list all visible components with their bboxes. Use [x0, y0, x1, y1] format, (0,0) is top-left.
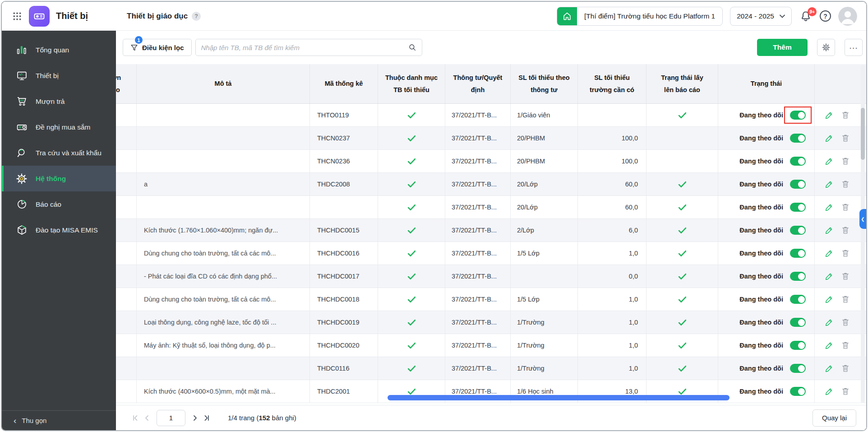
gear-icon	[822, 43, 831, 52]
next-page-button[interactable]	[189, 412, 201, 424]
delete-button[interactable]	[841, 180, 850, 189]
edit-button[interactable]	[825, 364, 834, 373]
table-row[interactable]: 37/2021/TT-B... 20/Lớp 60,0 Đang theo dõ…	[116, 196, 866, 219]
filter-count-badge: 1	[135, 36, 143, 44]
status-toggle[interactable]	[790, 272, 806, 281]
edit-button[interactable]	[825, 226, 834, 235]
delete-button[interactable]	[841, 364, 850, 373]
table-row[interactable]: THDC0116 37/2021/TT-B... 1/Trường 1,0 Đa…	[116, 357, 866, 380]
school-selector[interactable]: [Thí điểm] Trường tiểu học Edu Platform …	[557, 7, 723, 26]
side-panel-expand-tab[interactable]: ❮	[859, 209, 866, 229]
cell-status: Đang theo dõi	[718, 357, 815, 380]
delete-button[interactable]	[841, 272, 850, 281]
delete-button[interactable]	[841, 341, 850, 350]
status-toggle[interactable]	[790, 111, 806, 120]
edit-button[interactable]	[825, 295, 834, 304]
app-grid-icon[interactable]	[9, 8, 25, 24]
first-page-button[interactable]	[129, 412, 141, 424]
table-row[interactable]: Dùng chung cho toàn trường, tất cả các m…	[116, 242, 866, 265]
edit-button[interactable]	[825, 157, 834, 166]
delete-button[interactable]	[841, 226, 850, 235]
prev-page-button[interactable]	[141, 412, 153, 424]
delete-button[interactable]	[841, 318, 850, 327]
sidebar-item-he-thong[interactable]: Hệ thống	[2, 166, 116, 191]
table-row[interactable]: Máy ảnh: Kỹ thuật số, loại thông dụng, đ…	[116, 334, 866, 357]
edit-button[interactable]	[825, 203, 834, 212]
status-toggle[interactable]	[790, 203, 806, 212]
sidebar-item-dao-tao[interactable]: Đào tạo MISA EMIS	[2, 217, 116, 243]
cell-description: - Phát các loại đĩa CD có các định dạng …	[137, 265, 310, 288]
delete-button[interactable]	[841, 111, 850, 120]
status-toggle[interactable]	[790, 134, 806, 143]
status-toggle[interactable]	[790, 295, 806, 304]
vertical-scrollbar-thumb[interactable]	[861, 108, 865, 160]
sidebar-item-de-nghi-mua-sam[interactable]: Đề nghị mua sắm	[2, 114, 116, 140]
search-icon[interactable]	[408, 43, 416, 51]
sidebar-item-tong-quan[interactable]: Tổng quan	[2, 37, 116, 63]
status-label: Đang theo dõi	[739, 135, 783, 142]
delete-button[interactable]	[841, 134, 850, 143]
search-input[interactable]	[201, 44, 405, 51]
cell-decree: 37/2021/TT-B...	[445, 127, 511, 149]
status-toggle[interactable]	[790, 180, 806, 189]
sidebar-item-muon-tra[interactable]: Mượn trả	[2, 88, 116, 114]
table-row[interactable]: Dùng chung cho toàn trường, tất cả các m…	[116, 288, 866, 311]
avatar[interactable]	[838, 7, 857, 26]
add-button[interactable]: Thêm	[757, 39, 808, 56]
help-button[interactable]: ?	[820, 10, 831, 22]
edit-button[interactable]	[825, 249, 834, 258]
page-input[interactable]	[157, 410, 185, 426]
status-toggle[interactable]	[790, 318, 806, 327]
cell-school-qty: 60,0	[578, 173, 646, 195]
status-toggle[interactable]	[790, 364, 806, 373]
delete-button[interactable]	[841, 249, 850, 258]
school-year-value: 2024 - 2025	[737, 12, 774, 20]
edit-button[interactable]	[825, 272, 834, 281]
table-settings-button[interactable]	[817, 39, 835, 56]
status-toggle[interactable]	[790, 249, 806, 258]
back-button[interactable]: Quay lại	[813, 409, 856, 427]
sidebar-item-tra-cuu[interactable]: Tra cứu và xuất khẩu	[2, 140, 116, 166]
table-row[interactable]: Loại thông dụng, công nghệ laze, tốc độ …	[116, 311, 866, 334]
notifications-button[interactable]: 9+	[799, 9, 813, 23]
sidebar-collapse-button[interactable]: ‹ Thu gọn	[2, 410, 116, 430]
delete-button[interactable]	[841, 203, 850, 212]
chevron-down-icon	[780, 14, 785, 18]
delete-button[interactable]	[841, 157, 850, 166]
cell-cut	[116, 150, 137, 172]
last-page-button[interactable]	[201, 412, 212, 424]
edit-button[interactable]	[825, 134, 834, 143]
table-row[interactable]: a THDC2008 37/2021/TT-B... 20/Lớp 60,0 Đ…	[116, 173, 866, 196]
edit-button[interactable]	[825, 387, 834, 396]
school-year-selector[interactable]: 2024 - 2025	[730, 7, 792, 26]
table-row[interactable]: - Phát các loại đĩa CD có các định dạng …	[116, 265, 866, 288]
edit-button[interactable]	[825, 318, 834, 327]
more-options-button[interactable]: ...	[845, 39, 863, 56]
edit-button[interactable]	[825, 111, 834, 120]
sidebar-item-bao-cao[interactable]: Báo cáo	[2, 191, 116, 217]
cell-description: Máy ảnh: Kỹ thuật số, loại thông dụng, đ…	[137, 334, 310, 357]
edit-button[interactable]	[825, 341, 834, 350]
status-toggle[interactable]	[790, 226, 806, 235]
status-label: Đang theo dõi	[739, 111, 783, 119]
delete-button[interactable]	[841, 387, 850, 396]
status-toggle-wrap	[784, 107, 812, 124]
horizontal-scrollbar-thumb[interactable]	[388, 395, 729, 400]
delete-button[interactable]	[841, 295, 850, 304]
table-row[interactable]: THCN0237 37/2021/TT-B... 20/PHBM 100,0 Đ…	[116, 127, 866, 150]
filter-button[interactable]: Điều kiện lọc 1	[123, 39, 192, 56]
sidebar-item-thiet-bi[interactable]: Thiết bị	[2, 63, 116, 88]
table-row[interactable]: Kích thước (1.760×1.060×400)mm; ngăn đự.…	[116, 219, 866, 242]
cell-report	[646, 334, 718, 357]
vertical-scrollbar[interactable]	[861, 65, 865, 403]
status-label: Đang theo dõi	[739, 296, 783, 303]
status-toggle[interactable]	[790, 157, 806, 166]
table-row[interactable]: THTO0119 37/2021/TT-B... 1/Giáo viên Đan…	[116, 104, 866, 127]
status-toggle[interactable]	[790, 341, 806, 350]
status-toggle[interactable]	[790, 387, 806, 396]
page-help-icon[interactable]: ?	[192, 12, 201, 21]
table-row[interactable]: THCN0236 37/2021/TT-B... 20/PHBM 100,0 Đ…	[116, 150, 866, 173]
cell-stat-code: THCHDC0015	[310, 219, 378, 242]
cell-school-qty: 1,0	[578, 242, 646, 265]
edit-button[interactable]	[825, 180, 834, 189]
